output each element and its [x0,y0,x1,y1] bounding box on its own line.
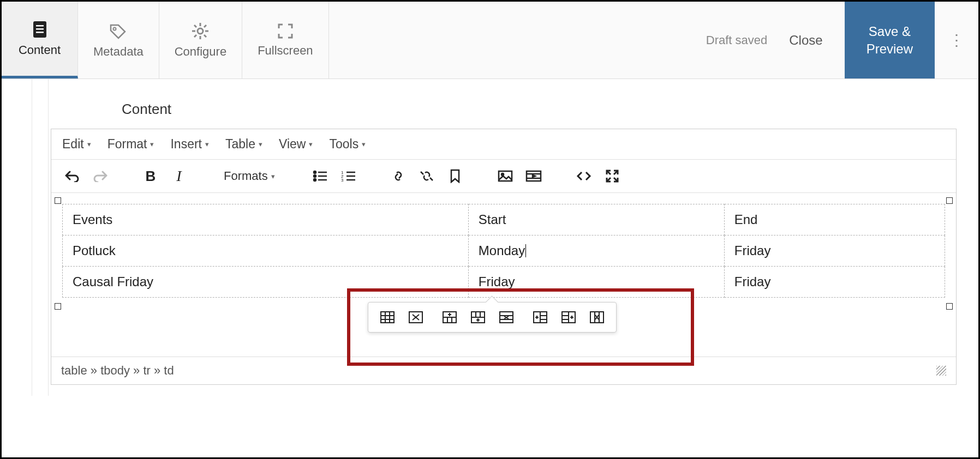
svg-line-10 [194,25,196,27]
svg-point-4 [113,27,116,30]
document-icon [32,20,48,39]
insert-col-after-button[interactable] [559,309,578,325]
table-cell[interactable]: Events [63,204,469,235]
insert-row-before-button[interactable] [440,309,459,325]
redo-button[interactable] [89,165,111,187]
italic-button[interactable]: I [168,165,190,187]
section-title: Content [122,101,957,118]
bookmark-button[interactable] [444,165,466,187]
svg-point-18 [314,179,316,181]
tab-label: Fullscreen [258,44,313,58]
svg-line-13 [204,25,206,27]
menu-view[interactable]: View▾ [279,137,313,152]
table-handle-tl[interactable] [55,197,61,204]
close-button[interactable]: Close [789,33,822,48]
tag-icon [109,22,128,40]
table-cell[interactable]: End [724,204,945,235]
caret-down-icon: ▾ [362,140,366,148]
caret-down-icon: ▾ [150,140,154,148]
table-row[interactable]: Events Start End [63,204,945,235]
table-properties-button[interactable] [378,309,397,325]
element-path[interactable]: table » tbody » tr » td [61,364,174,378]
svg-rect-2 [36,28,44,30]
table-cell[interactable]: Friday [724,235,945,267]
table-row[interactable]: Potluck Monday Friday [63,235,945,267]
code-button[interactable] [573,165,595,187]
numbered-list-button[interactable]: 123 [337,165,359,187]
tab-metadata[interactable]: Metadata [78,2,159,78]
insert-col-before-button[interactable] [531,309,549,325]
menu-insert[interactable]: Insert▾ [170,137,209,152]
menu-format[interactable]: Format▾ [107,137,154,152]
delete-row-button[interactable] [497,309,516,325]
caret-down-icon: ▾ [259,140,262,148]
table-row[interactable]: Causal Friday Friday Friday [63,267,945,298]
table-handle-bl[interactable] [55,303,61,310]
svg-rect-1 [36,25,44,27]
svg-rect-28 [499,171,512,181]
tab-label: Configure [175,45,226,59]
caret-down-icon: ▾ [271,172,275,180]
tab-label: Content [19,43,61,57]
ruler-vertical [23,79,51,396]
rich-text-editor: Edit▾ Format▾ Insert▾ Table▾ View▾ Tools… [51,129,957,385]
resize-grip[interactable] [936,366,946,376]
svg-point-16 [314,175,316,177]
fullscreen-icon [277,23,294,39]
menu-edit[interactable]: Edit▾ [62,137,91,152]
svg-line-26 [421,172,423,174]
caret-down-icon: ▾ [205,140,209,148]
svg-line-27 [430,178,433,180]
bold-button[interactable]: B [140,165,162,187]
caret-down-icon: ▾ [87,140,91,148]
unlink-button[interactable] [416,165,438,187]
svg-line-12 [194,35,196,37]
media-button[interactable] [523,165,545,187]
menu-tools[interactable]: Tools▾ [329,137,366,152]
table-cell[interactable]: Friday [468,267,724,298]
editor-toolbar: B I Formats▾ 123 [51,160,956,193]
svg-rect-33 [381,312,394,323]
text-cursor [525,244,526,257]
undo-button[interactable] [61,165,83,187]
caret-down-icon: ▾ [309,140,313,148]
svg-rect-3 [36,32,44,33]
link-button[interactable] [387,165,409,187]
delete-col-button[interactable] [588,309,606,325]
bullet-list-button[interactable] [309,165,331,187]
kebab-icon: ⋮ [949,31,964,49]
svg-point-14 [314,171,316,173]
table-handle-br[interactable] [946,303,953,310]
formats-dropdown[interactable]: Formats▾ [218,169,280,183]
tab-configure[interactable]: Configure [159,2,242,78]
editor-menubar: Edit▾ Format▾ Insert▾ Table▾ View▾ Tools… [51,129,956,160]
editor-header: Content Metadata Configure Fullscreen Dr… [2,2,978,79]
save-preview-button[interactable]: Save &Preview [845,2,935,78]
draft-saved-status: Draft saved [706,33,768,47]
editor-statusbar: table » tbody » tr » td [51,357,956,384]
content-table[interactable]: Events Start End Potluck Monday Friday C… [62,204,945,298]
svg-line-11 [204,35,206,37]
editor-canvas[interactable]: Events Start End Potluck Monday Friday C… [51,193,956,357]
svg-point-29 [501,173,504,176]
tab-label: Metadata [93,45,144,59]
delete-table-button[interactable] [407,309,425,325]
more-menu-button[interactable]: ⋮ [935,2,978,78]
svg-text:3: 3 [341,178,344,182]
table-cell[interactable]: Causal Friday [63,267,469,298]
gear-icon [191,22,210,40]
svg-point-5 [198,28,203,34]
table-cell[interactable]: Start [468,204,724,235]
table-handle-tr[interactable] [946,197,953,204]
expand-button[interactable] [601,165,623,187]
menu-table[interactable]: Table▾ [225,137,262,152]
table-cell[interactable]: Monday [468,235,724,267]
tab-content[interactable]: Content [2,2,78,78]
table-cell[interactable]: Friday [724,267,945,298]
table-context-toolbar [368,302,617,333]
image-button[interactable] [494,165,516,187]
table-cell[interactable]: Potluck [63,235,469,267]
tab-fullscreen[interactable]: Fullscreen [242,2,328,78]
insert-row-after-button[interactable] [469,309,487,325]
